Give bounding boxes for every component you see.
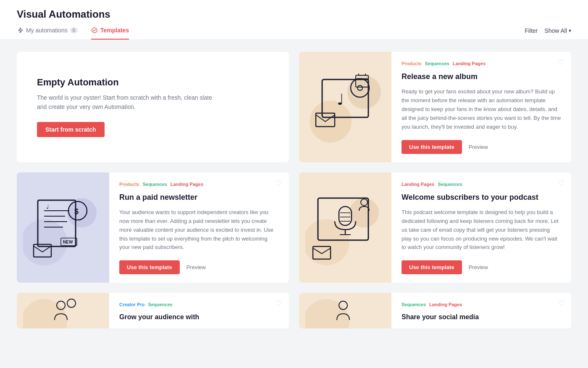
card-title-grow-audience: Grow your audience with (119, 313, 279, 322)
illustration-welcome-podcast (305, 188, 385, 267)
row-2: ♩ $ NEW ♡ Products Sequences Land (17, 172, 571, 283)
favorite-button-share-social[interactable]: ♡ (558, 299, 564, 307)
page-title: Visual Automations (17, 8, 571, 20)
card-image-welcome-podcast (299, 172, 391, 283)
card-tags-release-album: Products Sequences Landing Pages (402, 60, 561, 67)
tag-sequences: Sequences (425, 60, 449, 67)
tab-templates-label: Templates (100, 27, 129, 34)
svg-rect-28 (339, 207, 352, 225)
favorite-button-paid-newsletter[interactable]: ♡ (276, 179, 282, 187)
illustration-paid-newsletter: ♩ $ NEW (23, 188, 103, 267)
tab-my-automations-label: My automations (26, 27, 68, 34)
card-tags-paid-newsletter: Products Sequences Landing Pages (119, 181, 279, 188)
illustration-grow-audience (23, 293, 103, 328)
tabs-row: My automations 0 Templates Filter Show A… (17, 27, 571, 40)
template-card-paid-newsletter: ♩ $ NEW ♡ Products Sequences Land (17, 172, 289, 283)
svg-point-26 (349, 198, 379, 228)
tag-landing-5: Landing Pages (429, 301, 462, 308)
svg-text:$: $ (74, 207, 79, 216)
tag-products-2: Products (119, 181, 139, 188)
tag-landing-2: Landing Pages (171, 181, 203, 188)
card-image-grow-audience (17, 293, 109, 328)
tag-landing-3: Landing Pages (402, 181, 434, 188)
show-all-label: Show All (544, 27, 567, 34)
card-body-release-album: ♡ Products Sequences Landing Pages Relea… (391, 52, 571, 162)
svg-point-2 (347, 75, 381, 109)
card-desc-welcome-podcast: This podcast welcome template is designe… (402, 208, 561, 252)
tag-sequences-4: Sequences (148, 301, 173, 308)
preview-button-paid-newsletter[interactable]: Preview (186, 264, 206, 270)
use-template-button-welcome-podcast[interactable]: Use this template (402, 260, 462, 274)
svg-text:NEW: NEW (63, 240, 73, 244)
svg-text:♩: ♩ (46, 203, 49, 210)
favorite-button-welcome-podcast[interactable]: ♡ (558, 179, 564, 187)
empty-card-title: Empty Automation (37, 77, 269, 88)
card-title-paid-newsletter: Run a paid newsletter (119, 193, 279, 202)
card-title-release-album: Release a new album (402, 72, 561, 82)
row-3: ♡ Creator Pro Sequences Grow your audien… (17, 293, 571, 328)
preview-button-release-album[interactable]: Preview (469, 144, 488, 150)
card-tags-share-social: Sequences Landing Pages (402, 301, 561, 308)
template-card-share-social: ♡ Sequences Landing Pages Share your soc… (299, 293, 571, 328)
preview-button-welcome-podcast[interactable]: Preview (469, 264, 488, 270)
card-body-paid-newsletter: ♡ Products Sequences Landing Pages Run a… (109, 172, 289, 283)
favorite-button-grow-audience[interactable]: ♡ (276, 299, 282, 307)
header-right: Filter Show All ▾ (525, 27, 571, 39)
tag-sequences-5: Sequences (402, 301, 426, 308)
card-actions-welcome-podcast: Use this template Preview (402, 260, 561, 274)
card-actions-release-album: Use this template Preview (402, 140, 561, 154)
tab-badge: 0 (70, 27, 78, 33)
page-header: Visual Automations My automations 0 Temp… (0, 0, 588, 40)
favorite-button-release-album[interactable]: ♡ (558, 58, 564, 66)
empty-automation-card: Empty Automation The world is your oyste… (17, 52, 289, 162)
tab-my-automations[interactable]: My automations 0 (17, 27, 78, 40)
svg-point-38 (67, 299, 76, 307)
card-body-welcome-podcast: ♡ Landing Pages Sequences Welcome subscr… (391, 172, 571, 283)
card-body-share-social: ♡ Sequences Landing Pages Share your soc… (391, 293, 571, 328)
tag-products: Products (402, 60, 422, 67)
show-all-button[interactable]: Show All ▾ (544, 27, 571, 34)
tab-templates[interactable]: Templates (91, 27, 129, 40)
card-desc-paid-newsletter: Your audience wants to support independe… (119, 208, 279, 252)
empty-card-description: The world is your oyster! Start from scr… (37, 93, 222, 112)
lightning-icon (17, 27, 24, 34)
card-title-welcome-podcast: Welcome subscribers to your podcast (402, 193, 561, 202)
card-actions-paid-newsletter: Use this template Preview (119, 260, 279, 274)
use-template-button-paid-newsletter[interactable]: Use this template (119, 260, 180, 274)
svg-point-25 (305, 219, 349, 265)
illustration-share-social (305, 293, 385, 328)
card-desc-release-album: Ready to get your fans excited about you… (402, 87, 561, 131)
tag-landing: Landing Pages (453, 60, 486, 67)
card-body-grow-audience: ♡ Creator Pro Sequences Grow your audien… (109, 293, 289, 328)
illustration-release-album: ♩ (305, 67, 385, 147)
card-tags-grow-audience: Creator Pro Sequences (119, 301, 279, 308)
svg-text:♩: ♩ (337, 91, 344, 108)
template-card-release-album: ♩ ♡ Products Sequen (299, 52, 571, 162)
template-icon (91, 27, 98, 34)
tag-sequences-2: Sequences (143, 181, 167, 188)
template-card-grow-audience: ♡ Creator Pro Sequences Grow your audien… (17, 293, 289, 328)
tag-creator: Creator Pro (119, 301, 145, 308)
card-tags-welcome-podcast: Landing Pages Sequences (402, 181, 561, 188)
use-template-button-release-album[interactable]: Use this template (402, 140, 462, 154)
card-image-paid-newsletter: ♩ $ NEW (17, 172, 109, 283)
tabs-container: My automations 0 Templates (17, 27, 129, 40)
card-image-release-album: ♩ (299, 52, 391, 162)
tag-sequences-3: Sequences (438, 181, 462, 188)
main-content: Empty Automation The world is your oyste… (0, 40, 588, 340)
row-1: Empty Automation The world is your oyste… (17, 52, 571, 162)
template-card-welcome-podcast: ♡ Landing Pages Sequences Welcome subscr… (299, 172, 571, 283)
chevron-down-icon: ▾ (569, 28, 571, 34)
card-image-share-social (299, 293, 391, 328)
start-from-scratch-button[interactable]: Start from scratch (37, 122, 105, 137)
filter-button[interactable]: Filter (525, 27, 538, 34)
card-title-share-social: Share your social media (402, 313, 561, 322)
